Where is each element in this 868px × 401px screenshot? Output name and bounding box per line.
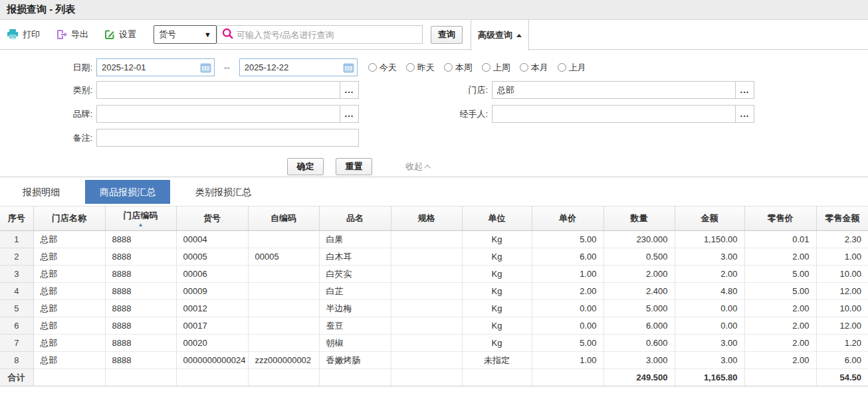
collapse-label: 收起 <box>405 161 423 173</box>
table-cell: 总部 <box>33 266 105 283</box>
search-input[interactable] <box>237 27 422 42</box>
tab-product-loss-summary[interactable]: 商品报损汇总 <box>85 180 170 204</box>
column-header-5[interactable]: 品名 <box>319 206 391 231</box>
row-index-cell: 3 <box>0 266 33 283</box>
table-row[interactable]: 3总部888800006白芡实Kg1.002.0002.005.0010.00 <box>0 266 868 283</box>
table-cell: 230.000 <box>603 231 675 248</box>
table-cell: 0.00 <box>675 317 744 335</box>
search-field-select[interactable]: 货号 ▼ <box>154 25 217 44</box>
remark-label: 备注: <box>7 132 96 144</box>
table-cell: 白芡实 <box>319 266 391 283</box>
table-row[interactable]: 5总部888800012半边梅Kg0.005.0000.002.0010.00 <box>0 300 868 317</box>
table-cell: 12.00 <box>816 317 868 335</box>
table-cell: 8888 <box>105 248 176 266</box>
settings-button[interactable]: 设置 <box>104 29 136 40</box>
table-cell: 8888 <box>105 300 176 317</box>
title-bar: 报损查询 - 列表 <box>0 0 868 20</box>
total-cell <box>319 369 391 386</box>
column-header-8[interactable]: 单价 <box>532 206 603 231</box>
quick-range-last-week[interactable]: 上周 <box>482 62 510 74</box>
table-cell: 8888 <box>105 335 176 352</box>
quick-range-yesterday[interactable]: 昨天 <box>406 62 435 74</box>
table-cell: 总部 <box>33 231 105 248</box>
table-cell: 3.000 <box>603 352 675 369</box>
category-lookup-button[interactable]: ... <box>340 81 359 99</box>
handler-lookup-button[interactable]: ... <box>736 105 754 123</box>
export-label: 导出 <box>71 29 88 40</box>
table-header-row: 序号门店名称门店编码▲货号自编码品名规格单位单价数量金额零售价零售金额 <box>0 206 868 231</box>
table-cell: 香嫩烤肠 <box>319 352 391 369</box>
table-row[interactable]: 6总部888800017蚕豆Kg0.006.0000.002.0012.00 <box>0 317 868 335</box>
advanced-query-button[interactable]: 高级查询 <box>471 20 529 50</box>
table-cell: 00009 <box>176 283 248 300</box>
remark-input[interactable] <box>97 129 358 146</box>
table-cell: Kg <box>462 248 532 266</box>
query-button[interactable]: 查询 <box>431 26 463 44</box>
store-lookup-button[interactable]: ... <box>736 81 754 99</box>
table-cell: 1.00 <box>816 248 868 266</box>
reset-button[interactable]: 重置 <box>336 158 372 175</box>
column-header-10[interactable]: 金额 <box>675 206 744 231</box>
date-to-input[interactable] <box>240 62 343 72</box>
export-button[interactable]: 导出 <box>56 29 88 40</box>
table-cell: 0.500 <box>603 248 675 266</box>
quick-range-last-month[interactable]: 上月 <box>558 62 586 74</box>
quick-range-label: 本月 <box>531 62 548 74</box>
loss-summary-table: 序号门店名称门店编码▲货号自编码品名规格单位单价数量金额零售价零售金额 1总部8… <box>0 206 868 386</box>
store-input[interactable] <box>492 82 735 98</box>
quick-range-today[interactable]: 今天 <box>368 62 397 74</box>
print-button[interactable]: 打印 <box>7 29 40 40</box>
export-icon <box>56 29 67 40</box>
tab-category-loss-summary[interactable]: 类别报损汇总 <box>181 180 266 204</box>
table-cell: 0.00 <box>532 300 603 317</box>
column-header-11[interactable]: 零售价 <box>744 206 816 231</box>
table-cell: 8888 <box>105 283 176 300</box>
category-field <box>96 81 340 99</box>
table-cell: 半边梅 <box>319 300 391 317</box>
table-row[interactable]: 7总部888800020朝椒Kg5.000.6003.002.001.20 <box>0 335 868 352</box>
column-header-2[interactable]: 门店编码▲ <box>105 206 176 231</box>
table-row[interactable]: 8总部88880000000000024zzz000000002香嫩烤肠未指定1… <box>0 352 868 369</box>
advanced-filter-panel: 日期: -- 今天 昨天 本周 <box>0 50 868 177</box>
table-row[interactable]: 4总部888800009白芷Kg2.002.4004.805.0012.00 <box>0 283 868 300</box>
calendar-icon[interactable] <box>343 62 354 73</box>
total-cell <box>105 369 176 386</box>
table-cell: 6.00 <box>816 352 868 369</box>
collapse-link[interactable]: 收起 <box>405 161 431 173</box>
table-cell <box>248 266 319 283</box>
calendar-icon[interactable] <box>200 62 211 73</box>
column-header-12[interactable]: 零售金额 <box>816 206 868 231</box>
quick-range-this-week[interactable]: 本周 <box>444 62 473 74</box>
table-cell <box>391 283 462 300</box>
category-input[interactable] <box>97 82 340 98</box>
table-cell: 8888 <box>105 317 176 335</box>
brand-input[interactable] <box>97 106 340 122</box>
column-header-6[interactable]: 规格 <box>391 206 462 231</box>
tab-loss-detail[interactable]: 报损明细 <box>8 180 74 204</box>
quick-range-label: 昨天 <box>417 62 435 74</box>
row-index-cell: 6 <box>0 317 33 335</box>
column-header-1[interactable]: 门店名称 <box>33 206 105 231</box>
column-header-3[interactable]: 货号 <box>176 206 248 231</box>
quick-range-this-month[interactable]: 本月 <box>520 62 548 74</box>
handler-input[interactable] <box>492 106 735 122</box>
date-from-input[interactable] <box>97 62 200 72</box>
total-cell: 54.50 <box>816 369 868 386</box>
table-row[interactable]: 1总部888800004白果Kg5.00230.0001,150.000.012… <box>0 231 868 248</box>
table-cell: 5.00 <box>744 283 816 300</box>
table-cell: 8888 <box>105 231 176 248</box>
table-cell: 1.00 <box>532 352 603 369</box>
column-header-4[interactable]: 自编码 <box>248 206 319 231</box>
table-cell: 2.00 <box>744 317 816 335</box>
column-header-0[interactable]: 序号 <box>0 206 33 231</box>
table-cell: 总部 <box>33 317 105 335</box>
column-header-7[interactable]: 单位 <box>462 206 532 231</box>
total-cell <box>176 369 248 386</box>
total-cell <box>33 369 105 386</box>
table-cell: 2.00 <box>744 335 816 352</box>
column-header-9[interactable]: 数量 <box>603 206 675 231</box>
table-cell: 总部 <box>33 335 105 352</box>
confirm-button[interactable]: 确定 <box>287 158 324 175</box>
table-row[interactable]: 2总部88880000500005白木耳Kg6.000.5003.002.001… <box>0 248 868 266</box>
brand-lookup-button[interactable]: ... <box>340 105 359 123</box>
